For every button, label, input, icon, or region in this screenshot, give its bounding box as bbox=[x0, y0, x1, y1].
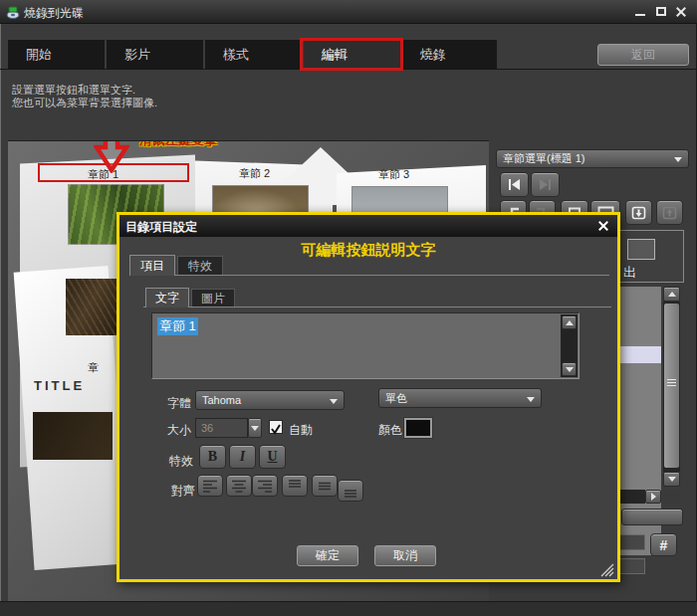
color-swatch[interactable] bbox=[404, 418, 432, 438]
effects-label: 特效 bbox=[169, 453, 193, 470]
tab-underline bbox=[129, 275, 609, 276]
italic-button[interactable]: I bbox=[229, 445, 256, 469]
align-label: 對齊 bbox=[171, 483, 195, 500]
scroll-right-button[interactable] bbox=[645, 490, 661, 504]
scroll-right-icon bbox=[651, 493, 656, 501]
chevron-down-icon bbox=[330, 399, 338, 404]
caption-text-input[interactable]: 章節 1 bbox=[151, 312, 580, 379]
panel-field-partial[interactable] bbox=[619, 558, 645, 574]
valign-middle-icon bbox=[317, 479, 333, 494]
double-click-hint: 滑鼠左鍵雙擊 bbox=[139, 140, 217, 149]
auto-label: 自動 bbox=[289, 422, 313, 439]
scroll-down-icon bbox=[566, 367, 574, 372]
import-button[interactable] bbox=[625, 200, 652, 225]
bold-button[interactable]: B bbox=[199, 445, 226, 469]
scroll-down-icon bbox=[668, 477, 676, 482]
grid-icon: # bbox=[660, 537, 668, 553]
chevron-down-icon bbox=[527, 397, 535, 402]
valign-bottom-icon bbox=[343, 484, 358, 499]
panel-wide-button[interactable] bbox=[621, 509, 683, 525]
scrollbar-grip bbox=[664, 379, 679, 386]
check-icon bbox=[270, 423, 282, 435]
color-mode-dropdown[interactable]: 單色 bbox=[378, 388, 542, 408]
chapter4-label-partial[interactable]: 章 bbox=[88, 360, 99, 375]
horizontal-scrollbar-track[interactable] bbox=[619, 490, 645, 504]
tab-video[interactable]: 影片 bbox=[107, 40, 203, 69]
chevron-down-icon bbox=[674, 157, 682, 162]
chapter2-label[interactable]: 章節 2 bbox=[239, 166, 270, 181]
textarea-scroll-down[interactable] bbox=[562, 362, 577, 376]
output-label-partial: 出 bbox=[623, 264, 636, 282]
window-footer bbox=[0, 601, 697, 616]
menu-item-settings-dialog: 目錄項目設定 可編輯按鈕説明文字 項目 特效 文字 圖片 章節 1 字體 Tah… bbox=[116, 212, 620, 582]
align-center-icon bbox=[231, 479, 247, 494]
skip-forward-icon bbox=[538, 178, 553, 191]
underline-button[interactable]: U bbox=[259, 445, 286, 469]
minimize-icon[interactable] bbox=[633, 6, 647, 18]
tab-style[interactable]: 樣式 bbox=[205, 40, 302, 69]
dialog-tab-image[interactable]: 圖片 bbox=[191, 289, 235, 308]
chapter5-thumbnail[interactable] bbox=[33, 412, 113, 460]
color-label: 顏色 bbox=[378, 422, 402, 439]
grid-button[interactable]: # bbox=[650, 533, 677, 556]
app-window: 燒錄到光碟 開始 影片 樣式 編輯 燒錄 返回 設置選單按鈕和選單文字. 您也可… bbox=[0, 0, 697, 616]
chapter3-label[interactable]: 章節 3 bbox=[378, 167, 409, 182]
align-left-button[interactable] bbox=[197, 475, 223, 497]
align-right-button[interactable] bbox=[252, 475, 278, 497]
arrow-down-icon bbox=[94, 140, 129, 173]
valign-middle-button[interactable] bbox=[312, 475, 338, 497]
maximize-icon[interactable] bbox=[654, 6, 668, 18]
dialog-tab-effect[interactable]: 特效 bbox=[177, 256, 223, 276]
export-icon bbox=[662, 206, 677, 220]
size-input[interactable]: 36 bbox=[195, 418, 248, 438]
textarea-scroll-up[interactable] bbox=[562, 315, 577, 329]
dialog-titlebar[interactable]: 目錄項目設定 bbox=[119, 215, 617, 237]
selected-text[interactable]: 章節 1 bbox=[157, 317, 198, 335]
align-center-button[interactable] bbox=[226, 475, 252, 497]
valign-top-icon bbox=[287, 479, 303, 494]
page-description-line2: 您也可以為菜單背景選擇圖像. bbox=[12, 96, 157, 110]
size-label: 大小 bbox=[167, 422, 191, 439]
skip-back-button[interactable] bbox=[500, 172, 529, 197]
resize-grip-icon[interactable] bbox=[599, 563, 615, 577]
font-label: 字體 bbox=[167, 395, 191, 412]
auto-checkbox[interactable] bbox=[269, 420, 283, 434]
list-selected-row[interactable] bbox=[619, 346, 661, 363]
export-up-button[interactable] bbox=[656, 200, 683, 225]
inner-tab-underline bbox=[143, 307, 611, 308]
menu-select-dropdown[interactable]: 章節選單(標題 1) bbox=[496, 149, 689, 168]
dialog-title: 目錄項目設定 bbox=[125, 219, 197, 236]
skip-forward-button[interactable] bbox=[531, 172, 560, 197]
chevron-down-icon bbox=[251, 426, 259, 431]
vertical-scrollbar-thumb[interactable] bbox=[664, 304, 679, 468]
dialog-tab-item[interactable]: 項目 bbox=[129, 255, 175, 276]
tab-burn[interactable]: 燒錄 bbox=[402, 40, 497, 69]
skip-back-icon bbox=[507, 178, 522, 191]
output-button[interactable]: 出 bbox=[619, 230, 684, 283]
size-dropdown-button[interactable] bbox=[248, 418, 262, 438]
textarea-scrollbar[interactable] bbox=[561, 314, 578, 377]
valign-bottom-button[interactable] bbox=[338, 480, 363, 502]
ok-button[interactable]: 確定 bbox=[297, 545, 358, 566]
dialog-close-icon[interactable] bbox=[597, 220, 609, 232]
cancel-button[interactable]: 取消 bbox=[374, 545, 436, 566]
menu-title-text: TITLE bbox=[34, 378, 85, 393]
valign-top-button[interactable] bbox=[282, 475, 308, 497]
align-left-icon bbox=[202, 479, 218, 494]
import-icon bbox=[631, 206, 646, 220]
window-titlebar: 燒錄到光碟 bbox=[0, 0, 697, 24]
scroll-down-button[interactable] bbox=[663, 472, 680, 487]
tutorial-red-box-tab bbox=[300, 38, 403, 71]
font-dropdown[interactable]: Tahoma bbox=[195, 390, 345, 410]
scroll-up-button[interactable] bbox=[663, 287, 680, 302]
scrollbar-corner bbox=[663, 490, 680, 504]
scroll-up-icon bbox=[566, 320, 574, 325]
tab-start[interactable]: 開始 bbox=[8, 40, 105, 69]
panel-field-partial[interactable] bbox=[619, 534, 645, 550]
back-button[interactable]: 返回 bbox=[597, 44, 689, 66]
window-title: 燒錄到光碟 bbox=[24, 5, 84, 22]
scroll-up-icon bbox=[668, 292, 676, 297]
dialog-tab-text[interactable]: 文字 bbox=[145, 288, 189, 308]
output-icon bbox=[627, 239, 655, 260]
close-icon[interactable] bbox=[674, 6, 688, 18]
